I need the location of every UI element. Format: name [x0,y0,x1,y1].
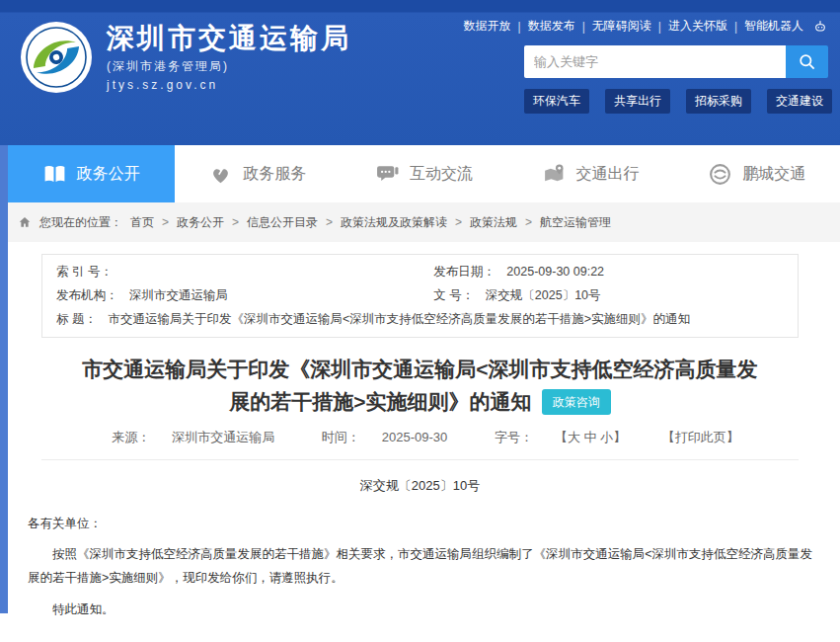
article-meta-line: 来源：深圳市交通运输局 时间：2025-09-30 字号：【大 中 小】 【打印… [28,429,812,446]
article-title-text: 市交通运输局关于印发《深圳市交通运输局<深圳市支持低空经济高质量发展的若干措施>… [82,358,757,413]
meta-title-label: 标 题： [56,312,97,326]
nav-item-pengcheng-traffic[interactable]: 鹏城交通 [673,145,840,202]
search-bar [524,45,828,78]
site-header: 深圳市交通运输局 (深圳市港务管理局) jtys.sz.gov.cn 数据开放 … [0,0,840,145]
chat-bubble-icon [375,162,400,187]
tag-transport-construction[interactable]: 交通建设 [767,89,832,114]
home-icon [18,215,32,229]
document-meta-box: 索 引 号： 发布日期： 2025-09-30 09:22 发布机构： 深圳市交… [41,254,799,338]
top-link-smart-robot[interactable]: 智能机器人 [744,18,803,35]
nav-label: 互动交流 [410,164,473,185]
meta-doc-number-value: 深交规〔2025〕10号 [486,288,601,302]
top-link-care-version[interactable]: 进入关怀版 [668,18,727,35]
meta-index-label: 索 引 号： [56,265,113,279]
site-domain: jtys.sz.gov.cn [107,78,351,92]
nav-item-transport-travel[interactable]: 交通出行 [507,145,674,202]
notice-line: 特此通知。 [28,602,812,618]
article-content: 索 引 号： 发布日期： 2025-09-30 09:22 发布机构： 深圳市交… [8,254,840,642]
robot-icon[interactable] [812,19,828,35]
nav-item-interaction[interactable]: 互动交流 [341,145,507,202]
nav-label: 鹏城交通 [742,164,805,185]
article-title: 市交通运输局关于印发《深圳市交通运输局<深圳市支持低空经济高质量发展的若干措施>… [75,354,766,418]
breadcrumb-prefix: 您现在的位置： [39,214,122,231]
quick-tags: 环保汽车 共享出行 招标采购 交通建设 [524,89,828,114]
meta-agency-value: 深圳市交通运输局 [129,288,228,302]
top-links: 数据开放 | 数据发布 | 无障碍阅读 | 进入关怀版 | 智能机器人 [524,18,828,35]
breadcrumb-separator: > [326,215,333,229]
breadcrumb-home[interactable]: 首页 [130,214,154,231]
breadcrumb-separator: > [455,215,462,229]
site-logo-icon [20,21,93,94]
fontsize-buttons[interactable]: 【大 中 小】 [555,430,626,444]
tag-eco-vehicle[interactable]: 环保汽车 [524,89,589,114]
doc-number-line: 深交规〔2025〕10号 [28,477,812,495]
breadcrumb-info-catalog[interactable]: 信息公开目录 [247,214,318,231]
meta-doc-number: 文 号： 深交规〔2025〕10号 [433,287,784,304]
nav-label: 政务服务 [243,164,306,185]
handshake-heart-icon [208,162,233,187]
top-link-data-release[interactable]: 数据发布 [528,18,575,35]
meta-index: 索 引 号： [56,264,423,281]
link-separator: | [518,20,521,34]
breadcrumb-separator: > [162,215,169,229]
meta-publish-date-value: 2025-09-30 09:22 [506,265,604,279]
link-separator: | [582,20,585,34]
salutation: 各有关单位： [28,516,812,532]
meta-doc-number-label: 文 号： [433,288,474,302]
nav-item-gov-services[interactable]: 政务服务 [175,145,342,202]
open-book-icon [42,162,67,187]
body-paragraph: 按照《深圳市支持低空经济高质量发展的若干措施》相关要求，市交通运输局组织编制了《… [28,542,812,591]
article-source: 来源：深圳市交通运输局 [101,430,285,444]
policy-consult-badge[interactable]: 政策咨询 [542,389,611,416]
top-link-data-open[interactable]: 数据开放 [464,18,511,35]
print-page-button[interactable]: 【打印此页】 [662,430,739,444]
meta-agency: 发布机构： 深圳市交通运输局 [56,287,423,304]
left-stripe [0,145,8,613]
search-input[interactable] [524,45,786,78]
meta-publish-date: 发布日期： 2025-09-30 09:22 [433,264,784,281]
page: 深圳市交通运输局 (深圳市港务管理局) jtys.sz.gov.cn 数据开放 … [0,0,840,642]
nav-item-gov-disclosure[interactable]: 政务公开 [8,145,175,202]
meta-publish-date-label: 发布日期： [433,265,496,279]
main-nav: 政务公开 政务服务 互动交流 交通出行 [8,145,840,202]
meta-agency-label: 发布机构： [56,288,118,302]
swirl-logo-icon [708,162,732,187]
nav-label: 交通出行 [576,164,640,185]
search-button[interactable] [786,45,828,78]
map-pin-icon [542,162,567,187]
breadcrumb: 您现在的位置： 首页 > 政务公开 > 信息公开目录 > 政策法规及政策解读 >… [8,202,840,242]
site-subtitle: (深圳市港务管理局) [107,58,351,75]
site-name: 深圳市交通运输局 [107,23,351,54]
top-link-accessibility[interactable]: 无障碍阅读 [592,18,651,35]
tag-shared-mobility[interactable]: 共享出行 [605,89,670,114]
meta-title-value: 市交通运输局关于印发《深圳市交通运输局<深圳市支持低空经济高质量发展的若干措施>… [108,312,690,326]
link-separator: | [658,20,661,34]
link-separator: | [734,20,737,34]
breadcrumb-air-transport[interactable]: 航空运输管理 [540,214,611,231]
article-time: 时间：2025-09-30 [311,430,459,444]
breadcrumb-separator: > [525,215,532,229]
breadcrumb-regulations[interactable]: 政策法规 [470,214,517,231]
divider [41,459,799,460]
search-icon [798,52,816,71]
brand-text: 深圳市交通运输局 (深圳市港务管理局) jtys.sz.gov.cn [107,23,351,92]
meta-title: 标 题： 市交通运输局关于印发《深圳市交通运输局<深圳市支持低空经济高质量发展的… [56,311,784,328]
breadcrumb-policy-regulations[interactable]: 政策法规及政策解读 [341,214,447,231]
fontsize-control: 字号：【大 中 小】 [484,430,637,444]
breadcrumb-gov-disclosure[interactable]: 政务公开 [177,214,224,231]
site-brand[interactable]: 深圳市交通运输局 (深圳市港务管理局) jtys.sz.gov.cn [20,21,351,94]
breadcrumb-separator: > [232,215,239,229]
tag-bidding-procurement[interactable]: 招标采购 [686,89,751,114]
nav-label: 政务公开 [77,164,140,185]
header-right: 数据开放 | 数据发布 | 无障碍阅读 | 进入关怀版 | 智能机器人 [524,18,828,114]
